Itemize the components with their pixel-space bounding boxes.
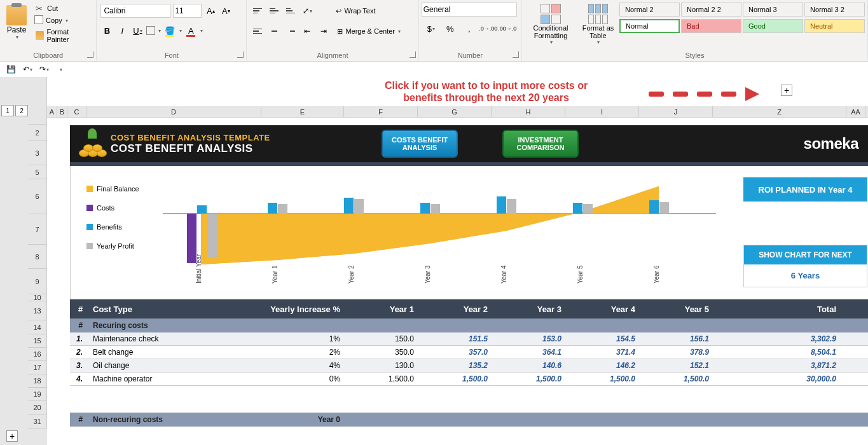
wrap-text-button[interactable]: ↩Wrap Text	[332, 6, 379, 17]
dialog-launcher-icon[interactable]	[410, 51, 416, 58]
increase-indent-button[interactable]: ⇥	[317, 24, 331, 38]
row-header[interactable]	[28, 118, 47, 125]
font-color-button[interactable]: A	[184, 24, 197, 37]
increase-font-button[interactable]: A▴	[204, 4, 217, 17]
col-outline-1[interactable]: 1	[1, 105, 14, 116]
row-header[interactable]: 18	[28, 374, 47, 388]
row-header[interactable]: 10	[28, 294, 47, 301]
italic-button[interactable]: I	[116, 24, 128, 37]
dialog-launcher-icon[interactable]	[87, 51, 93, 58]
save-button[interactable]: 💾	[5, 64, 17, 75]
col-header-g[interactable]: G	[418, 106, 492, 117]
col-header-d[interactable]: D	[86, 106, 261, 117]
row-header[interactable]: 7	[28, 214, 47, 245]
svg-text:Year 2: Year 2	[348, 265, 355, 284]
decrease-indent-button[interactable]: ⇤	[300, 24, 314, 38]
undo-button[interactable]: ↶▾	[22, 64, 33, 75]
dialog-launcher-icon[interactable]	[513, 51, 519, 58]
align-center-button[interactable]	[267, 24, 281, 38]
style-normal32[interactable]: Normal 3 2	[804, 3, 865, 17]
table-row[interactable]: 2.Belt change2%350.0357.0364.1371.4378.9…	[70, 346, 868, 359]
chevron-down-icon[interactable]: ▾	[200, 28, 203, 34]
fill-color-button[interactable]: 🪣	[163, 24, 176, 37]
roi-button[interactable]: ROI PLANNED IN Year 4	[743, 177, 867, 202]
paste-button[interactable]: Paste ▾	[3, 3, 31, 43]
conditional-formatting-button[interactable]: Conditional Formatting▾	[525, 3, 577, 46]
font-size-select[interactable]	[173, 4, 202, 18]
investment-comparison-button[interactable]: INVESTMENT COMPARISON	[502, 130, 579, 158]
row-header[interactable]: 31	[28, 414, 47, 428]
dialog-launcher-icon[interactable]	[237, 51, 244, 58]
align-right-button[interactable]	[284, 24, 298, 38]
worksheet[interactable]: COST BENEFIT ANALYSIS TEMPLATE COST BENE…	[47, 118, 868, 445]
row-header[interactable]: 2	[28, 125, 47, 141]
format-as-table-button[interactable]: Format as Table▾	[577, 3, 619, 46]
align-left-button[interactable]	[251, 24, 265, 38]
style-neutral[interactable]: Neutral	[804, 19, 865, 33]
currency-button[interactable]: $▾	[423, 22, 439, 36]
column-headers: A B C D E F G H I J Z AA	[47, 106, 868, 118]
col-header-f[interactable]: F	[344, 106, 418, 117]
col-header-z[interactable]: Z	[713, 106, 846, 117]
table-row[interactable]: 4.Machine operator0%1,500.01,500.01,500.…	[70, 373, 868, 386]
decrease-font-button[interactable]: A▾	[219, 4, 232, 17]
col-outline-2[interactable]: 2	[15, 105, 28, 116]
row-header[interactable]: 17	[28, 361, 47, 374]
row-header[interactable]: 15	[28, 334, 47, 348]
style-bad[interactable]: Bad	[681, 19, 741, 33]
decrease-decimal-button[interactable]: .00→.0	[499, 22, 516, 36]
percent-button[interactable]: %	[442, 22, 458, 36]
group-label: Font	[97, 51, 246, 59]
chevron-down-icon[interactable]: ▾	[179, 28, 182, 34]
comma-button[interactable]: ,	[461, 22, 478, 36]
merge-center-button[interactable]: ⊞Merge & Center▾	[333, 26, 404, 37]
expand-columns-button[interactable]: +	[781, 85, 792, 96]
style-good[interactable]: Good	[743, 19, 803, 33]
col-header-a[interactable]: A	[47, 106, 57, 117]
align-bottom-button[interactable]	[284, 4, 298, 18]
costs-benefit-analysis-button[interactable]: COSTS BENEFIT ANALYSIS	[382, 130, 458, 158]
underline-button[interactable]: U▾	[131, 24, 144, 37]
table-row[interactable]: 1.Maintenance check1%150.0151.5153.0154.…	[70, 332, 868, 346]
bold-button[interactable]: B	[100, 24, 113, 37]
row-header[interactable]: 5	[28, 165, 47, 179]
col-header-h[interactable]: H	[492, 106, 565, 117]
cut-button[interactable]: ✂ Cut	[33, 3, 93, 14]
customize-qat-button[interactable]: ▾	[55, 64, 66, 75]
col-header-b[interactable]: B	[57, 106, 67, 117]
row-header[interactable]: 19	[28, 388, 47, 401]
svg-rect-15	[573, 203, 582, 214]
expand-rows-button[interactable]: +	[6, 430, 18, 442]
table-row[interactable]: 3.Oil change4%130.0135.2140.6146.2152.13…	[70, 359, 868, 373]
format-painter-button[interactable]: Format Painter	[33, 27, 93, 44]
style-normal22[interactable]: Normal 2 2	[681, 3, 741, 17]
style-normal2[interactable]: Normal 2	[619, 3, 680, 17]
borders-button[interactable]	[146, 26, 155, 35]
col-header-aa[interactable]: AA	[846, 106, 865, 117]
increase-decimal-button[interactable]: .0→.00	[480, 22, 497, 36]
row-header[interactable]: 14	[28, 320, 47, 334]
row-header[interactable]: 20	[28, 401, 47, 414]
col-header-c[interactable]: C	[67, 106, 86, 117]
style-normal[interactable]: Normal	[619, 19, 680, 33]
row-header[interactable]: 13	[28, 301, 47, 320]
row-headers: 2 3 5 6 7 8 9 10 13 14 15 16 17 18 19 20…	[28, 118, 47, 445]
font-name-select[interactable]	[100, 4, 170, 18]
orientation-button[interactable]: ⤢▾	[300, 4, 314, 18]
col-header-j[interactable]: J	[639, 106, 713, 117]
row-header[interactable]: 6	[28, 179, 47, 214]
col-header-e[interactable]: E	[261, 106, 344, 117]
row-header[interactable]: 8	[28, 245, 47, 269]
chart-range-value[interactable]: 6 Years	[744, 264, 867, 287]
chevron-down-icon[interactable]: ▾	[158, 28, 161, 34]
align-middle-button[interactable]	[267, 4, 281, 18]
row-header[interactable]: 3	[28, 141, 47, 165]
copy-button[interactable]: Copy ▾	[33, 15, 93, 25]
row-header[interactable]: 16	[28, 348, 47, 361]
align-top-button[interactable]	[251, 4, 265, 18]
style-normal3[interactable]: Normal 3	[743, 3, 803, 17]
col-header-i[interactable]: I	[565, 106, 639, 117]
row-header[interactable]: 9	[28, 269, 47, 294]
number-format-select[interactable]	[422, 3, 517, 17]
redo-button[interactable]: ↷▾	[38, 64, 50, 75]
